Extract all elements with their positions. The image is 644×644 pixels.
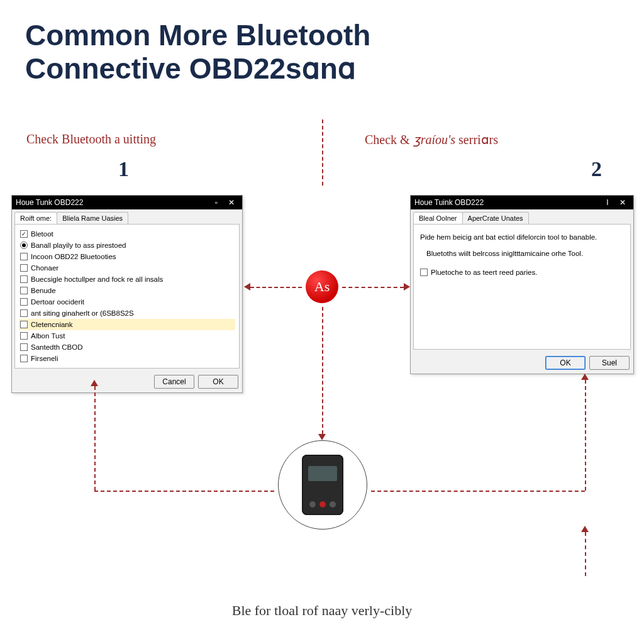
cancel-button[interactable]: Cancel — [154, 375, 194, 389]
win1-tabs: Roift ome: Bliela Rame Uasies — [12, 209, 242, 224]
checkbox-icon[interactable] — [20, 264, 28, 272]
checkbox-icon[interactable] — [20, 298, 28, 306]
list-item: Banall playily to ass pirestoed — [19, 240, 235, 251]
checkbox-icon[interactable] — [20, 355, 28, 362]
win2-titlebar[interactable]: Houe Tuink OBD222 I ✕ — [411, 196, 633, 209]
tab-bliela-rame[interactable]: Bliela Rame Uasies — [57, 212, 128, 224]
page-title: Common More Bluetooth Connective OBD22sɑ… — [25, 19, 370, 86]
arrow-left-icon — [244, 283, 250, 291]
center-logo-icon: As — [306, 270, 338, 303]
tab-apercrate[interactable]: AperCrate Unates — [462, 212, 529, 224]
checkbox-icon[interactable] — [20, 253, 28, 260]
device-screen — [308, 466, 337, 481]
ok-button[interactable]: OK — [198, 375, 238, 389]
connector-line — [371, 491, 585, 492]
arrow-up-icon — [581, 374, 589, 380]
checkbox-icon[interactable]: ✓ — [20, 230, 28, 238]
obd-device-icon — [302, 455, 343, 515]
list-item: Buecsigle hoctullper and fock re all ins… — [19, 274, 235, 285]
win2-chk-label: Pluetoche to as teert reed paries. — [431, 269, 537, 276]
win2-text2: Bluetoths wiilt belrcoss inigltttamicain… — [426, 250, 624, 257]
device-illustration — [278, 440, 367, 530]
list-item: Cletencniank — [19, 319, 235, 330]
ok-button[interactable]: OK — [545, 356, 586, 370]
connector-line — [585, 532, 586, 576]
arrow-up-icon — [91, 380, 98, 386]
win1-title: Houe Tunk OBD222 — [16, 198, 208, 207]
radio-icon[interactable] — [20, 242, 28, 249]
win2-tabs: Bleal Oolner AperCrate Unates — [411, 209, 633, 224]
checkbox-icon[interactable] — [420, 269, 428, 276]
win2-footer: OK Suel — [411, 352, 633, 374]
list-item: Firseneli — [19, 353, 235, 364]
list-item: ant siting ginaherlt or (6SB8S2S — [19, 308, 235, 319]
list-item: Chonaer — [19, 262, 235, 274]
win1-footer: Cancel OK — [12, 371, 242, 392]
list-item: Benude — [19, 285, 235, 296]
minimize-icon[interactable]: ▫ — [209, 197, 223, 208]
minimize-icon[interactable]: I — [601, 197, 614, 208]
checkbox-icon[interactable] — [20, 309, 28, 317]
save-button[interactable]: Suel — [589, 356, 630, 370]
checkbox-icon[interactable] — [20, 343, 28, 351]
connector-line — [342, 287, 404, 288]
list-item: Albon Tust — [19, 330, 235, 341]
connector-line — [94, 491, 274, 492]
checkbox-icon[interactable] — [20, 321, 28, 328]
list-item: Santedth CBOD — [19, 341, 235, 353]
win2-text1: Pide hem beicig ant bat ectiol difelorci… — [420, 233, 624, 241]
list-item: Incoon OBD22 Bluetooties — [19, 251, 235, 262]
step1-number: 1 — [118, 157, 129, 181]
window-bluetooth-settings: Houe Tunk OBD222 ▫ ✕ Roift ome: Bliela R… — [11, 195, 243, 393]
close-icon[interactable]: ✕ — [225, 197, 238, 208]
window-services: Houe Tuink OBD222 I ✕ Bleal Oolner AperC… — [410, 195, 634, 374]
device-btn-red — [319, 501, 326, 508]
arrow-down-icon — [318, 434, 326, 440]
title-line2: Connective OBD22sɑnɑ — [25, 52, 356, 85]
win1-titlebar[interactable]: Houe Tunk OBD222 ▫ ✕ — [12, 196, 242, 209]
win2-body: Pide hem beicig ant bat ectiol difelorci… — [413, 224, 631, 350]
win2-checkbox-row: Pluetoche to as teert reed paries. — [420, 269, 626, 276]
bottom-caption: Ble for tloal rof naay verly-cibly — [0, 602, 644, 619]
tab-bleal-oolner[interactable]: Bleal Oolner — [413, 212, 463, 224]
device-btn — [309, 501, 316, 508]
connector-line — [322, 307, 323, 434]
win1-body: ✓Bletoot Banall playily to ass pirestoed… — [14, 224, 240, 369]
list-item: Dertoar oociderit — [19, 296, 235, 308]
connector-line — [250, 287, 302, 288]
checkbox-icon[interactable] — [20, 275, 28, 283]
win1-option-list: ✓Bletoot Banall playily to ass pirestoed… — [19, 228, 235, 364]
tab-roift-ome[interactable]: Roift ome: — [14, 212, 57, 224]
device-btn — [330, 501, 336, 508]
connector-line — [585, 380, 586, 491]
arrow-right-icon — [404, 283, 410, 291]
divider-line — [322, 119, 323, 186]
arrow-up-icon — [581, 526, 589, 532]
step2-number: 2 — [591, 157, 602, 181]
step2-label: Check & ʒraíou's serriɑrs — [365, 132, 498, 147]
list-item: ✓Bletoot — [19, 228, 235, 240]
win2-title: Houe Tuink OBD222 — [414, 198, 599, 207]
device-buttons — [302, 501, 343, 508]
step1-label: Check Bluetooth a uitting — [26, 132, 156, 147]
connector-line — [94, 386, 96, 491]
close-icon[interactable]: ✕ — [616, 197, 630, 208]
title-line1: Common More Bluetooth — [25, 19, 370, 52]
checkbox-icon[interactable] — [20, 332, 28, 340]
checkbox-icon[interactable] — [20, 287, 28, 294]
